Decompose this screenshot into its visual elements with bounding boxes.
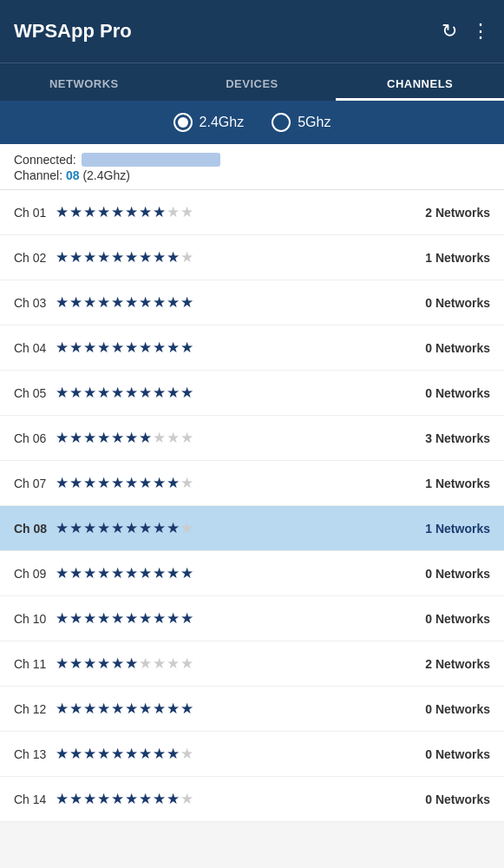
star-filled: ★ [111, 205, 124, 220]
channel-row[interactable]: Ch 13★★★★★★★★★★0 Networks [0, 732, 504, 777]
star-filled: ★ [167, 792, 180, 806]
channel-row[interactable]: Ch 03★★★★★★★★★★0 Networks [0, 280, 504, 326]
star-filled: ★ [83, 250, 96, 265]
star-filled: ★ [97, 521, 110, 536]
star-filled: ★ [97, 792, 110, 806]
channel-row[interactable]: Ch 10★★★★★★★★★★0 Networks [0, 596, 504, 641]
star-filled: ★ [167, 250, 180, 265]
header-actions: ↻ ⋮ [442, 20, 490, 43]
refresh-icon[interactable]: ↻ [442, 20, 457, 43]
stars-ch01: ★★★★★★★★★★ [56, 205, 403, 220]
channel-row[interactable]: Ch 07★★★★★★★★★★1 Networks [0, 461, 504, 506]
star-filled: ★ [97, 431, 110, 445]
networks-count-ch03: 0 Networks [403, 296, 490, 310]
star-filled: ★ [111, 566, 124, 581]
star-filled: ★ [69, 746, 82, 761]
star-filled: ★ [153, 205, 166, 220]
star-filled: ★ [153, 385, 166, 400]
channel-row[interactable]: Ch 06★★★★★★★★★★3 Networks [0, 416, 504, 461]
star-filled: ★ [111, 656, 124, 671]
star-filled: ★ [125, 566, 138, 581]
stars-ch13: ★★★★★★★★★★ [56, 746, 403, 761]
star-filled: ★ [83, 340, 96, 355]
radio-5ghz[interactable] [272, 113, 291, 132]
channel-row[interactable]: Ch 05★★★★★★★★★★0 Networks [0, 371, 504, 416]
star-filled: ★ [69, 431, 82, 445]
networks-count-ch05: 0 Networks [403, 386, 490, 400]
channel-row[interactable]: Ch 04★★★★★★★★★★0 Networks [0, 326, 504, 371]
networks-count-ch10: 0 Networks [403, 612, 490, 626]
tab-devices[interactable]: DEVICES [168, 63, 337, 101]
connected-label: Connected: [14, 153, 76, 167]
star-filled: ★ [97, 340, 110, 355]
channel-label-ch02: Ch 02 [14, 251, 56, 265]
star-filled: ★ [83, 566, 96, 581]
star-filled: ★ [180, 385, 193, 400]
freq-5ghz-option[interactable]: 5Ghz [272, 113, 331, 132]
star-filled: ★ [125, 656, 138, 671]
app-header: WPSApp Pro ↻ ⋮ [0, 0, 504, 62]
channel-label-ch07: Ch 07 [14, 477, 56, 490]
star-filled: ★ [56, 611, 69, 626]
star-filled: ★ [56, 340, 69, 355]
tab-networks[interactable]: NETWORKS [0, 63, 168, 101]
star-filled: ★ [139, 701, 152, 716]
star-filled: ★ [69, 205, 82, 220]
tab-channels[interactable]: CHANNELS [336, 63, 504, 101]
star-filled: ★ [56, 205, 69, 220]
star-filled: ★ [167, 746, 180, 761]
star-filled: ★ [111, 611, 124, 626]
channel-row[interactable]: Ch 08★★★★★★★★★★1 Networks [0, 506, 504, 551]
star-empty: ★ [167, 205, 180, 220]
star-filled: ★ [125, 340, 138, 355]
stars-ch10: ★★★★★★★★★★ [56, 611, 403, 626]
star-empty: ★ [180, 205, 193, 220]
star-filled: ★ [125, 746, 138, 761]
star-filled: ★ [111, 340, 124, 355]
more-options-icon[interactable]: ⋮ [471, 20, 490, 43]
star-filled: ★ [139, 746, 152, 761]
channel-row[interactable]: Ch 14★★★★★★★★★★0 Networks [0, 777, 504, 822]
star-filled: ★ [69, 611, 82, 626]
star-filled: ★ [125, 701, 138, 716]
networks-count-ch08: 1 Networks [403, 522, 490, 536]
channel-label-ch03: Ch 03 [14, 296, 56, 310]
star-filled: ★ [97, 611, 110, 626]
stars-ch11: ★★★★★★★★★★ [56, 656, 403, 671]
stars-ch03: ★★★★★★★★★★ [56, 295, 403, 310]
star-filled: ★ [139, 521, 152, 536]
channel-row[interactable]: Ch 12★★★★★★★★★★0 Networks [0, 687, 504, 732]
radio-2ghz[interactable] [173, 113, 193, 132]
channel-number: 08 [66, 168, 80, 182]
star-filled: ★ [153, 566, 166, 581]
channel-row[interactable]: Ch 01★★★★★★★★★★2 Networks [0, 190, 504, 235]
star-filled: ★ [139, 340, 152, 355]
star-filled: ★ [69, 566, 82, 581]
freq-2ghz-option[interactable]: 2.4Ghz [173, 113, 245, 132]
channel-row[interactable]: Ch 09★★★★★★★★★★0 Networks [0, 551, 504, 596]
star-filled: ★ [111, 476, 124, 490]
star-empty: ★ [153, 431, 166, 445]
star-empty: ★ [180, 250, 193, 265]
channel-row[interactable]: Ch 11★★★★★★★★★★2 Networks [0, 641, 504, 687]
channel-label-ch12: Ch 12 [14, 702, 56, 716]
star-filled: ★ [83, 521, 96, 536]
channel-label-ch09: Ch 09 [14, 567, 56, 581]
star-filled: ★ [139, 566, 152, 581]
star-filled: ★ [125, 521, 138, 536]
star-filled: ★ [139, 250, 152, 265]
channel-label-ch10: Ch 10 [14, 612, 56, 626]
channel-row[interactable]: Ch 02★★★★★★★★★★1 Networks [0, 235, 504, 280]
star-filled: ★ [139, 476, 152, 490]
star-filled: ★ [56, 476, 69, 490]
star-filled: ★ [111, 431, 124, 445]
networks-count-ch07: 1 Networks [403, 477, 490, 490]
star-filled: ★ [69, 385, 82, 400]
channel-label-ch08: Ch 08 [14, 522, 56, 536]
star-filled: ★ [97, 566, 110, 581]
star-filled: ★ [125, 476, 138, 490]
star-filled: ★ [56, 295, 69, 310]
stars-ch08: ★★★★★★★★★★ [56, 521, 403, 536]
star-empty: ★ [139, 656, 152, 671]
networks-count-ch13: 0 Networks [403, 747, 490, 761]
